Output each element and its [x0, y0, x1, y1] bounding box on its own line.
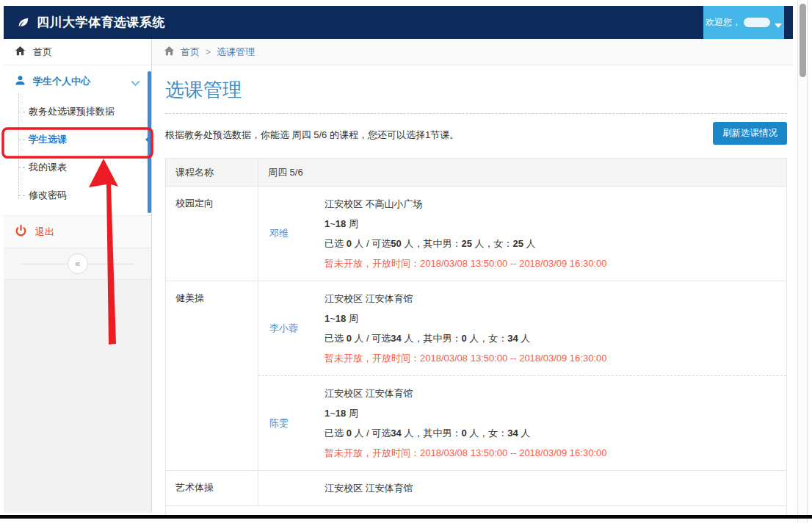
brand: 四川大学体育选课系统 [4, 14, 165, 31]
table-header-slot: 周四 5/6 [258, 159, 786, 186]
course-table: 课程名称 周四 5/6 校园定向邓维江安校区 不高山小广场1~18 周已选 0 … [165, 158, 787, 517]
session-open-status: 暂未开放，开放时间：2018/03/08 13:50:00 -- 2018/03… [325, 253, 786, 273]
sidebar-item-label: 教务处选课预排数据 [29, 105, 115, 118]
breadcrumb-separator: > [206, 47, 211, 57]
session-location: 江安校区 不高山小广场 [325, 194, 786, 214]
session-details: 江安校区 江安体育馆1~18 周已选 0 人 / 可选34 人，其中男：0 人，… [325, 383, 786, 463]
sidebar-item-label: 修改密码 [29, 189, 67, 202]
course-session: 江安校区 江安体育馆 [258, 471, 786, 505]
selection-notice: 根据教务处预选数据，你能选 周四 5/6 的课程，您还可以选择1节课。 [165, 129, 459, 140]
chevron-down-icon [775, 24, 782, 28]
course-name: 艺术体操 [166, 471, 258, 505]
power-icon [15, 225, 27, 239]
sidebar-item[interactable]: 教务处选课预排数据 [4, 98, 151, 126]
teacher-cell: 陈雯 [258, 383, 325, 463]
course-session: 邓维江安校区 不高山小广场1~18 周已选 0 人 / 可选50 人，其中男：2… [258, 187, 786, 281]
sidebar-section-label: 学生个人中心 [33, 75, 90, 88]
teacher-cell: 邓维 [258, 194, 325, 273]
course-table-body: 校园定向邓维江安校区 不高山小广场1~18 周已选 0 人 / 可选50 人，其… [166, 187, 786, 506]
sidebar-item-logout[interactable]: 退出 [4, 215, 151, 248]
teacher-link[interactable]: 陈雯 [269, 416, 289, 430]
sidebar-item[interactable]: 修改密码 [4, 181, 151, 209]
course-name: 健美操 [166, 281, 258, 470]
page-title: 选课管理 [165, 77, 787, 103]
session-enrollment: 已选 0 人 / 可选34 人，其中男：0 人，女：34 人 [325, 328, 786, 348]
table-row: 校园定向邓维江安校区 不高山小广场1~18 周已选 0 人 / 可选50 人，其… [166, 187, 786, 281]
course-session: 陈雯江安校区 江安体育馆1~18 周已选 0 人 / 可选34 人，其中男：0 … [258, 375, 786, 470]
sidebar-item-active[interactable]: 学生选课 [4, 126, 151, 154]
session-enrollment: 已选 0 人 / 可选34 人，其中男：0 人，女：34 人 [325, 423, 786, 443]
teacher-cell [258, 478, 325, 498]
session-location: 江安校区 江安体育馆 [325, 383, 786, 403]
sidebar-empty-area [4, 280, 151, 513]
session-location: 江安校区 江安体育馆 [325, 478, 786, 498]
session-weeks: 1~18 周 [325, 403, 786, 423]
sidebar-section-student-center[interactable]: 学生个人中心 [4, 65, 151, 98]
page-scrollbar-track[interactable] [797, 0, 808, 523]
session-location: 江安校区 江安体育馆 [325, 289, 786, 309]
teacher-link[interactable]: 李小蓉 [269, 322, 298, 335]
course-sessions-cell: 江安校区 江安体育馆 [258, 471, 786, 505]
session-enrollment: 已选 0 人 / 可选50 人，其中男：25 人，女：25 人 [325, 234, 786, 253]
session-details: 江安校区 江安体育馆1~18 周已选 0 人 / 可选34 人，其中男：0 人，… [325, 289, 786, 368]
refresh-selection-button[interactable]: 刷新选课情况 [713, 122, 787, 145]
main-panel: 首页 > 选课管理 选课管理 根据教务处预选数据，你能选 周四 5/6 的课程，… [152, 39, 793, 515]
user-name-redacted [744, 18, 770, 27]
content-area: 选课管理 根据教务处预选数据，你能选 周四 5/6 的课程，您还可以选择1节课。… [165, 65, 787, 515]
user-icon [15, 75, 26, 88]
sidebar-subitems: 教务处选课预排数据学生选课我的课表修改密码 [4, 98, 151, 209]
course-sessions-cell: 邓维江安校区 不高山小广场1~18 周已选 0 人 / 可选50 人，其中男：2… [258, 187, 786, 281]
table-header-course: 课程名称 [166, 159, 258, 186]
teacher-link[interactable]: 邓维 [269, 227, 289, 240]
teacher-cell: 李小蓉 [258, 289, 325, 368]
table-header-row: 课程名称 周四 5/6 [166, 159, 786, 187]
breadcrumb-home-link[interactable]: 首页 [181, 46, 200, 59]
sidebar-collapse-button[interactable]: « [68, 253, 88, 274]
sidebar-item-label: 首页 [33, 46, 52, 59]
sidebar-scrollbar[interactable] [148, 71, 151, 213]
breadcrumb-current: 选课管理 [217, 46, 255, 59]
course-session: 李小蓉江安校区 江安体育馆1~18 周已选 0 人 / 可选34 人，其中男：0… [258, 281, 786, 375]
logout-label: 退出 [35, 226, 54, 239]
sidebar-item-label: 我的课表 [29, 161, 67, 174]
sidebar-item[interactable]: 我的课表 [4, 154, 151, 181]
session-details: 江安校区 不高山小广场1~18 周已选 0 人 / 可选50 人，其中男：25 … [325, 194, 786, 273]
breadcrumb: 首页 > 选课管理 [152, 39, 793, 65]
session-weeks: 1~18 周 [325, 309, 786, 328]
user-menu[interactable]: 欢迎您， [703, 6, 784, 39]
sidebar-collapse-band: « [4, 248, 151, 280]
app-header: 四川大学体育选课系统 欢迎您， [4, 6, 793, 39]
home-icon [15, 46, 26, 59]
session-weeks: 1~18 周 [325, 214, 786, 234]
session-open-status: 暂未开放，开放时间：2018/03/08 13:50:00 -- 2018/03… [325, 443, 786, 463]
welcome-text: 欢迎您， [706, 16, 741, 29]
sidebar-bottom: 退出 « [4, 215, 151, 513]
chevron-down-icon [131, 78, 139, 89]
home-icon [164, 46, 175, 59]
sidebar-item-home[interactable]: 首页 [4, 39, 151, 65]
app-title: 四川大学体育选课系统 [37, 14, 165, 31]
session-open-status: 暂未开放，开放时间：2018/03/08 13:50:00 -- 2018/03… [325, 348, 786, 368]
sidebar: 首页 学生个人中心 教务处选课预排数据学生选课我的课表修改密码 退出 « [4, 39, 152, 513]
page-scrollbar-thumb[interactable] [800, 4, 806, 77]
course-name: 校园定向 [166, 187, 258, 281]
course-sessions-cell: 李小蓉江安校区 江安体育馆1~18 周已选 0 人 / 可选34 人，其中男：0… [258, 281, 786, 470]
session-details: 江安校区 江安体育馆 [325, 478, 786, 498]
screen-bottom-edge [0, 515, 812, 519]
sidebar-item-label: 学生选课 [29, 133, 67, 146]
leaf-logo-icon [17, 16, 30, 29]
table-row: 健美操李小蓉江安校区 江安体育馆1~18 周已选 0 人 / 可选34 人，其中… [166, 281, 786, 471]
table-row: 艺术体操江安校区 江安体育馆 [166, 471, 786, 506]
divider [165, 113, 787, 114]
